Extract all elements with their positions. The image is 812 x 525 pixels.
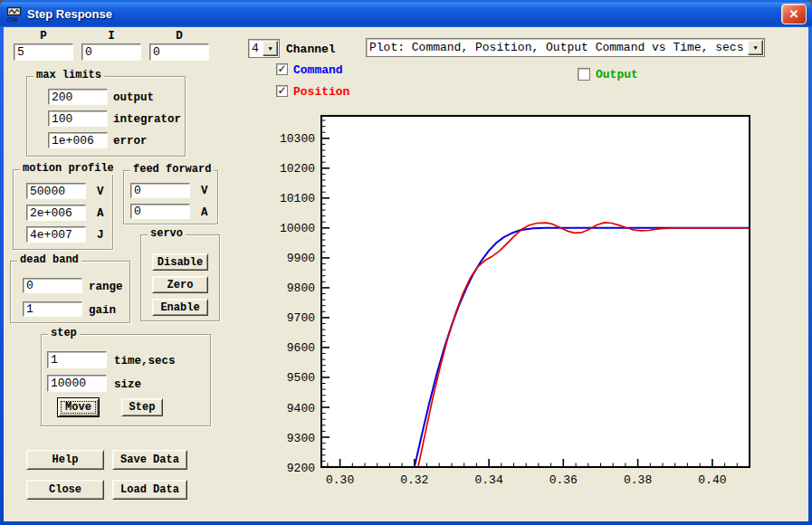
svg-text:9200: 9200 [287, 462, 315, 475]
client-area: P I D 4 ▼ Channel Plot: Command, Positio… [4, 27, 808, 521]
p-label: P [14, 30, 73, 43]
channel-value: 4 [249, 40, 262, 57]
svg-text:9900: 9900 [287, 252, 315, 265]
ff-acceleration-field[interactable] [130, 204, 190, 219]
step-response-window: QM Step Response ✕ P I D 4 ▼ Channel Plo… [0, 0, 812, 525]
max-error-label: error [113, 135, 148, 148]
close-button[interactable]: ✕ [781, 4, 807, 24]
step-group-title: step [48, 328, 80, 339]
velocity-label: V [97, 186, 104, 198]
svg-text:0.38: 0.38 [624, 473, 652, 487]
close-window-button[interactable]: Close [26, 480, 104, 500]
step-size-field[interactable] [47, 375, 107, 392]
feed-forward-group: feed forward V A [123, 170, 218, 224]
plot-select[interactable]: Plot: Command, Position, Output Command … [366, 38, 765, 57]
check-icon: ✓ [277, 86, 286, 95]
focus-rectangle [61, 401, 96, 414]
step-size-label: size [114, 378, 141, 391]
load-data-button[interactable]: Load Data [112, 480, 187, 500]
servo-group-title: servo [148, 228, 186, 240]
svg-text:0.36: 0.36 [549, 473, 578, 487]
save-data-button[interactable]: Save Data [112, 450, 187, 470]
max-limits-group-title: max limits [33, 70, 104, 81]
command-checkbox-label: Command [293, 63, 343, 77]
svg-text:9500: 9500 [287, 371, 315, 385]
svg-text:0.32: 0.32 [400, 473, 428, 487]
deadband-range-field[interactable] [23, 278, 82, 293]
motion-profile-group-title: motion profile [20, 163, 117, 175]
max-limits-group: max limits output integrator error [26, 76, 186, 157]
app-icon: QM [6, 6, 22, 22]
max-output-field[interactable] [48, 89, 108, 105]
servo-zero-button[interactable]: Zero [152, 276, 208, 293]
svg-text:10300: 10300 [280, 132, 315, 146]
deadband-range-label: range [89, 281, 123, 293]
svg-text:0.30: 0.30 [326, 473, 354, 487]
svg-text:0.34: 0.34 [474, 473, 502, 487]
max-integrator-field[interactable] [48, 110, 108, 127]
feed-forward-group-title: feed forward [130, 164, 214, 176]
plot-select-value: Plot: Command, Position, Output Command … [367, 39, 747, 56]
arrow-glyph: ▼ [268, 45, 272, 52]
servo-enable-button[interactable]: Enable [152, 299, 208, 316]
output-checkbox-label: Output [596, 68, 638, 81]
svg-text:9800: 9800 [287, 282, 315, 295]
close-icon: ✕ [789, 7, 799, 21]
channel-dropdown-arrow-icon[interactable]: ▼ [263, 41, 278, 56]
ff-acceleration-label: A [201, 206, 208, 219]
d-field[interactable] [149, 43, 209, 61]
help-button[interactable]: Help [26, 450, 104, 470]
step-time-field[interactable] [47, 351, 107, 368]
dead-band-group-title: dead band [17, 254, 81, 266]
title-bar[interactable]: QM Step Response ✕ [0, 0, 812, 27]
step-group: step time,secs size Move Step [41, 334, 211, 426]
svg-text:9300: 9300 [287, 432, 315, 445]
deadband-gain-label: gain [89, 304, 116, 317]
svg-text:9700: 9700 [287, 311, 315, 325]
position-checkbox[interactable]: ✓ [276, 85, 288, 97]
step-time-label: time,secs [114, 355, 176, 368]
svg-text:10200: 10200 [280, 162, 315, 176]
svg-text:0.40: 0.40 [698, 473, 726, 487]
plot-svg: 0.300.320.340.360.380.409200930094009500… [272, 109, 765, 502]
step-button[interactable]: Step [121, 398, 163, 416]
max-integrator-label: integrator [113, 113, 181, 126]
deadband-gain-field[interactable] [23, 301, 82, 317]
acceleration-label: A [97, 207, 104, 220]
move-button[interactable]: Move [57, 397, 100, 417]
svg-text:QM: QM [7, 15, 17, 22]
ff-velocity-label: V [201, 185, 208, 197]
ff-velocity-field[interactable] [130, 183, 190, 198]
i-label: I [81, 30, 141, 43]
dead-band-group: dead band range gain [10, 261, 130, 323]
window-title: Step Response [27, 7, 112, 21]
servo-disable-button[interactable]: Disable [152, 253, 208, 271]
velocity-field[interactable] [26, 183, 86, 199]
arrow-glyph: ▼ [753, 44, 757, 52]
svg-text:10000: 10000 [280, 222, 315, 235]
channel-label: Channel [286, 43, 336, 56]
position-checkbox-label: Position [293, 85, 349, 99]
svg-text:9400: 9400 [287, 402, 315, 415]
p-field[interactable] [14, 43, 73, 61]
command-checkbox[interactable]: ✓ [276, 63, 288, 75]
jerk-field[interactable] [26, 226, 86, 243]
servo-group: servo Disable Zero Enable [140, 234, 220, 321]
max-output-label: output [113, 91, 154, 104]
plot-dropdown-arrow-icon[interactable]: ▼ [748, 40, 763, 55]
check-icon: ✓ [277, 64, 286, 73]
plot-area: 0.300.320.340.360.380.409200930094009500… [272, 109, 765, 502]
svg-text:10100: 10100 [280, 192, 315, 205]
channel-select[interactable]: 4 ▼ [248, 39, 280, 58]
jerk-label: J [97, 229, 104, 242]
i-field[interactable] [81, 43, 141, 61]
max-error-field[interactable] [48, 132, 108, 148]
motion-profile-group: motion profile V A J [13, 169, 113, 250]
d-label: D [149, 30, 209, 43]
acceleration-field[interactable] [26, 205, 86, 221]
output-checkbox[interactable]: ✓ [578, 68, 590, 81]
svg-text:9600: 9600 [287, 341, 315, 355]
